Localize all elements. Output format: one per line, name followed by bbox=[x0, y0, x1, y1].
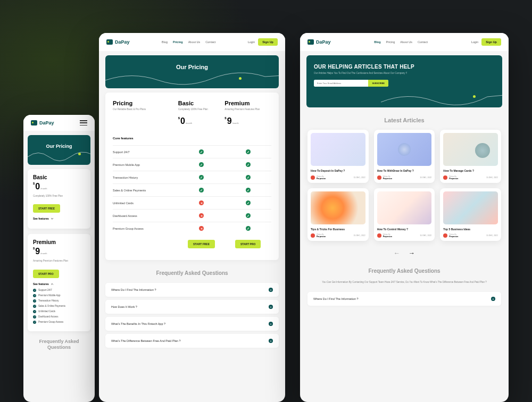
mobile-frame: DaPay Our Pricing Basic $0/month Complet… bbox=[23, 115, 95, 402]
brand-logo[interactable]: DaPay bbox=[106, 39, 130, 45]
see-features-toggle[interactable]: See features bbox=[33, 217, 85, 220]
wave-decoration bbox=[105, 67, 279, 88]
email-form: SUBSCRIBE bbox=[314, 80, 388, 87]
pricing-row: Premium Mobile App bbox=[113, 158, 271, 171]
accent-dot bbox=[473, 95, 476, 98]
subscribe-button[interactable]: SUBSCRIBE bbox=[368, 80, 388, 87]
hero-blog: OUR HELPING ARTICLES THAT HELP Our Artic… bbox=[306, 55, 502, 107]
faq-item[interactable]: What's The Benefits In This Fintech App … bbox=[105, 317, 279, 331]
faq-item[interactable]: Where Do I Find The Information ?+ bbox=[307, 292, 501, 306]
nav-blog[interactable]: Blog bbox=[162, 40, 168, 44]
article-image bbox=[377, 191, 432, 224]
start-pro-button[interactable]: START PRO bbox=[33, 270, 59, 278]
article-title: Tips & Tricks For Business bbox=[311, 228, 365, 231]
start-free-button[interactable]: START FREE bbox=[188, 240, 215, 248]
nav-contact[interactable]: Contact bbox=[205, 40, 215, 44]
x-icon bbox=[199, 200, 204, 205]
see-features-toggle[interactable]: See features bbox=[33, 282, 85, 286]
check-icon bbox=[33, 321, 36, 324]
article-date: 15 DEC, 2022 bbox=[486, 177, 498, 179]
signup-button[interactable]: Sign Up bbox=[258, 38, 278, 46]
pricing-actions: START FREE START PRO bbox=[113, 240, 271, 253]
pricing-row: Sales & Online Payments bbox=[113, 183, 271, 196]
feature-name: Unlimited Cards bbox=[113, 202, 178, 205]
feature-item: Transaction History bbox=[33, 299, 85, 303]
signup-button[interactable]: Sign Up bbox=[481, 38, 501, 46]
article-image bbox=[377, 133, 432, 166]
article-date: 15 DEC, 2022 bbox=[354, 177, 365, 179]
brand-logo[interactable]: DaPay bbox=[307, 39, 331, 45]
nav-about[interactable]: About Us bbox=[400, 40, 412, 44]
faq-list: Where Do I Find The Information ?+ bbox=[307, 292, 501, 306]
nav-contact[interactable]: Contact bbox=[418, 40, 428, 44]
email-input[interactable] bbox=[314, 80, 368, 87]
feature-item: Dashboard Access bbox=[33, 315, 85, 319]
check-icon bbox=[33, 310, 36, 313]
check-icon bbox=[33, 299, 36, 303]
faq-title: Frequently Asked Questions bbox=[28, 339, 90, 351]
article-card[interactable]: Tips & Tricks For BusinessWritten ByPerp… bbox=[307, 188, 369, 241]
brand-text: DaPay bbox=[39, 120, 54, 125]
brand-icon bbox=[307, 39, 314, 45]
author: Written ByPerperzon bbox=[311, 175, 326, 180]
feature-name: Sales & Online Payments bbox=[113, 189, 178, 192]
brand-logo[interactable]: DaPay bbox=[31, 120, 54, 125]
feature-name: Dashboard Access bbox=[113, 214, 178, 217]
nav-pricing[interactable]: Pricing bbox=[173, 40, 183, 44]
avatar bbox=[443, 175, 447, 180]
hero-pricing-mobile: Our Pricing bbox=[28, 135, 90, 165]
nav-about[interactable]: About Us bbox=[188, 40, 201, 44]
avatar bbox=[311, 233, 315, 238]
feature-name: Transaction History bbox=[113, 176, 178, 179]
check-icon bbox=[199, 188, 204, 192]
start-free-button[interactable]: START FREE bbox=[33, 204, 60, 213]
feature-item: Unlimited Cards bbox=[33, 310, 85, 313]
pricing-row: Unlimited Cards bbox=[113, 196, 271, 209]
login-link[interactable]: Login bbox=[248, 40, 255, 44]
article-title: Top 5 Business Ideas bbox=[443, 228, 498, 231]
check-icon bbox=[246, 188, 251, 192]
feature-name: Premium Group Access bbox=[113, 227, 178, 230]
article-title: How To Manage Cards ? bbox=[443, 169, 498, 173]
pricing-row: Support 24/7 bbox=[113, 145, 271, 158]
prev-arrow-icon[interactable]: ← bbox=[394, 249, 400, 257]
brand-text: DaPay bbox=[115, 39, 130, 45]
check-icon bbox=[33, 289, 36, 292]
brand-icon bbox=[106, 39, 113, 45]
chevron-up-icon bbox=[51, 282, 54, 286]
article-card[interactable]: How To WithDraw In DaPay ?Written ByPerp… bbox=[374, 130, 435, 183]
faq-intro: You Can Get Information By Contacting Ou… bbox=[316, 281, 493, 284]
article-card[interactable]: How To Control Money ?Written ByPerperzo… bbox=[374, 188, 435, 241]
next-arrow-icon[interactable]: → bbox=[409, 249, 415, 257]
tablet-frame: DaPay Blog Pricing About Us Contact Logi… bbox=[99, 33, 285, 402]
nav: Blog Pricing About Us Contact bbox=[374, 40, 428, 44]
plan-header-basic: Basic bbox=[178, 100, 225, 106]
articles-section: How To Deposit In DaPay ?Written ByPerpe… bbox=[300, 130, 509, 241]
nav-pricing[interactable]: Pricing bbox=[386, 40, 395, 44]
plan-name: Premium bbox=[33, 239, 85, 245]
author: Written ByPerperzon bbox=[311, 233, 326, 238]
hero-title: OUR HELPING ARTICLES THAT HELP bbox=[314, 64, 495, 70]
avatar bbox=[443, 233, 447, 238]
check-icon bbox=[199, 149, 204, 154]
faq-item[interactable]: How Does It Work ?+ bbox=[105, 300, 279, 314]
price-row: $0/month bbox=[33, 182, 85, 191]
faq-item[interactable]: What's The Difference Between Free And P… bbox=[105, 334, 279, 348]
check-icon bbox=[246, 162, 251, 167]
faq-list: Where Do I Find The Information ?+ How D… bbox=[105, 283, 279, 348]
start-pro-button[interactable]: START PRO bbox=[235, 240, 261, 248]
feature-item: Sales & Online Payments bbox=[33, 305, 85, 308]
article-date: 15 DEC, 2022 bbox=[420, 177, 431, 179]
article-date: 15 DEC, 2022 bbox=[486, 234, 498, 237]
faq-item[interactable]: Where Do I Find The Information ?+ bbox=[105, 283, 279, 297]
chevron-down-icon bbox=[51, 217, 54, 220]
article-image bbox=[443, 191, 498, 224]
article-card[interactable]: How To Manage Cards ?Written ByPerperzon… bbox=[440, 130, 501, 183]
plan-desc: Amazing Premium Features Plan bbox=[33, 259, 85, 263]
login-link[interactable]: Login bbox=[471, 40, 478, 44]
article-card[interactable]: Top 5 Business IdeasWritten ByPerperzon1… bbox=[440, 188, 501, 241]
desktop-frame: DaPay Blog Pricing About Us Contact Logi… bbox=[300, 33, 509, 402]
hamburger-icon[interactable] bbox=[80, 120, 87, 125]
nav-blog[interactable]: Blog bbox=[374, 40, 380, 44]
article-card[interactable]: How To Deposit In DaPay ?Written ByPerpe… bbox=[307, 130, 369, 183]
